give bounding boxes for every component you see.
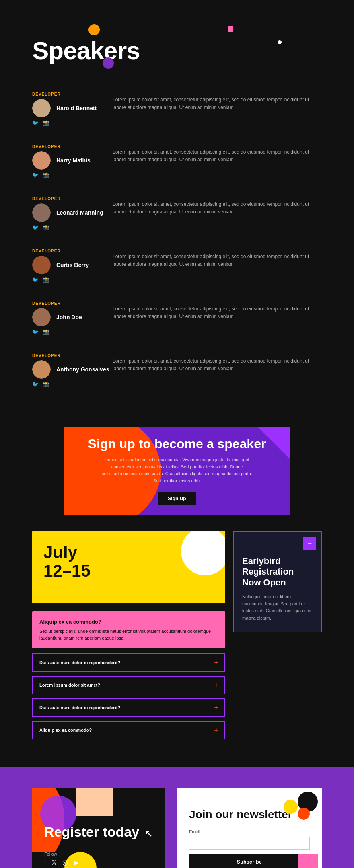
speaker-item: DEVELOPER Curtis Berry 🐦 📸 Lorem ipsum d…	[32, 242, 322, 290]
instagram-icon-2[interactable]: 📸	[43, 224, 49, 230]
avatar-img-4	[32, 308, 51, 326]
speaker-socials-0: 🐦 📸	[32, 120, 49, 126]
speaker-avatar-row-4: John Doe	[32, 308, 82, 326]
accordion-item-1[interactable]: Lorem ipsum dolor sit amet? +	[32, 676, 225, 694]
avatar-img-5	[32, 360, 51, 379]
twitter-icon-2[interactable]: 🐦	[32, 224, 39, 230]
speaker-item: DEVELOPER John Doe 🐦 📸 Lorem ipsum dolor…	[32, 294, 322, 342]
subscribe-button[interactable]: Subscribe	[189, 854, 310, 868]
avatar-img-1	[32, 151, 51, 170]
instagram-icon-1[interactable]: 📸	[43, 172, 49, 178]
twitter-icon-0[interactable]: 🐦	[32, 120, 39, 126]
date-month: July	[43, 543, 77, 562]
instagram-link[interactable]: ◎	[62, 859, 68, 866]
accordion-label-0: Duis aute irure dolor in reprehenderit?	[39, 660, 120, 665]
accordion-item-0[interactable]: Duis aute irure dolor in reprehenderit? …	[32, 653, 225, 672]
earlybird-arrow-button[interactable]: →	[303, 537, 316, 550]
follow-section: Follow f 𝕏 ◎ ▶	[44, 852, 153, 866]
instagram-icon-4[interactable]: 📸	[43, 329, 49, 335]
instagram-icon-3[interactable]: 📸	[43, 277, 49, 283]
accordion-label-1: Lorem ipsum dolor sit amet?	[39, 683, 100, 687]
social-links: f 𝕏 ◎ ▶	[44, 859, 153, 866]
speaker-avatar-5	[32, 360, 51, 379]
twitter-link[interactable]: 𝕏	[51, 859, 57, 866]
speaker-bio-1: Lorem ipsum dolor sit amet, consectetur …	[113, 144, 322, 178]
follow-label: Follow	[44, 852, 153, 856]
twitter-icon-1[interactable]: 🐦	[32, 172, 39, 178]
facebook-link[interactable]: f	[44, 859, 46, 866]
speaker-socials-3: 🐦 📸	[32, 277, 49, 283]
speaker-name-1: Harry Mathis	[56, 157, 91, 164]
speakers-title-area: Speakers	[32, 24, 322, 65]
register-title: Register today ↖	[44, 824, 153, 840]
twitter-icon-3[interactable]: 🐦	[32, 277, 39, 283]
accordion-label-3: Aliquip ex ea commodo?	[39, 728, 92, 733]
earlybird-title: Earlybird Registration Now Open	[242, 556, 313, 588]
speaker-bio-3: Lorem ipsum dolor sit amet, consectetur …	[113, 249, 322, 283]
speaker-left-3: DEVELOPER Curtis Berry 🐦 📸	[32, 249, 101, 283]
speaker-item: DEVELOPER Harold Bennett 🐦 📸 Lorem ipsum…	[32, 85, 322, 133]
accordion-plus-icon-3: +	[214, 726, 218, 734]
earlybird-card: → Earlybird Registration Now Open Nulla …	[233, 531, 322, 632]
speaker-left-1: DEVELOPER Harry Mathis 🐦 📸	[32, 144, 101, 178]
speaker-bio-0: Lorem ipsum dolor sit amet, consectetur …	[113, 92, 322, 126]
speaker-role-4: DEVELOPER	[32, 301, 61, 306]
footer-deco-peach	[76, 788, 113, 816]
instagram-icon-5[interactable]: 📸	[43, 381, 49, 387]
speaker-avatar-0	[32, 99, 51, 117]
middle-section: July 12–15 Aliquip ex ea commodo? Sed ut…	[0, 531, 354, 767]
speaker-name-0: Harold Bennett	[56, 105, 97, 111]
speaker-name-3: Curtis Berry	[56, 262, 89, 268]
accordion-plus-icon-1: +	[214, 681, 218, 689]
speaker-left-0: DEVELOPER Harold Bennett 🐦 📸	[32, 92, 101, 126]
deco-orange-circle	[88, 24, 100, 35]
register-card: Register today ↖ Follow f 𝕏 ◎ ▶	[32, 788, 165, 868]
speaker-avatar-3	[32, 256, 51, 274]
speaker-role-0: DEVELOPER	[32, 92, 61, 96]
speaker-item: DEVELOPER Harry Mathis 🐦 📸 Lorem ipsum d…	[32, 137, 322, 185]
accordion-plus-icon-0: +	[214, 659, 218, 666]
accordion-item-2[interactable]: Duis aute irure dolor in reprehenderit? …	[32, 698, 225, 717]
speaker-list: DEVELOPER Harold Bennett 🐦 📸 Lorem ipsum…	[32, 85, 322, 394]
accordion-label-2: Duis aute irure dolor in reprehenderit?	[39, 705, 120, 710]
speaker-name-5: Anthony Gonsalves	[56, 366, 109, 373]
speaker-avatar-4	[32, 308, 51, 326]
date-text: July 12–15	[43, 543, 214, 580]
deco-purple-circle	[103, 57, 114, 69]
avatar-img-3	[32, 256, 51, 274]
youtube-link[interactable]: ▶	[74, 859, 78, 866]
twitter-icon-5[interactable]: 🐦	[32, 381, 39, 387]
speaker-avatar-row-3: Curtis Berry	[32, 256, 89, 274]
signup-button[interactable]: Sign Up	[158, 492, 196, 505]
speaker-avatar-2	[32, 203, 51, 222]
date-card: July 12–15	[32, 531, 225, 603]
speaker-bio-4: Lorem ipsum dolor sit amet, consectetur …	[113, 301, 322, 335]
accordion-item-3[interactable]: Aliquip ex ea commodo? +	[32, 721, 225, 739]
speaker-name-4: John Doe	[56, 314, 82, 320]
avatar-img-0	[32, 99, 51, 117]
speaker-socials-2: 🐦 📸	[32, 224, 49, 230]
twitter-icon-4[interactable]: 🐦	[32, 329, 39, 335]
avatar-img-2	[32, 203, 51, 222]
speaker-left-4: DEVELOPER John Doe 🐦 📸	[32, 301, 101, 335]
speaker-item: DEVELOPER Leonard Manning 🐦 📸 Lorem ipsu…	[32, 189, 322, 238]
speaker-role-3: DEVELOPER	[32, 249, 61, 253]
info-card-title: Aliquip ex ea commodo?	[39, 619, 218, 625]
speaker-socials-5: 🐦 📸	[32, 381, 49, 387]
instagram-icon-0[interactable]: 📸	[43, 120, 49, 126]
footer-section: Register today ↖ Follow f 𝕏 ◎ ▶ Join our…	[0, 767, 354, 868]
newsletter-card: Join our newsletter Email Subscribe	[177, 788, 322, 868]
newsletter-deco-yellow	[284, 800, 298, 814]
email-input[interactable]	[189, 837, 310, 850]
speaker-left-2: DEVELOPER Leonard Manning 🐦 📸	[32, 197, 101, 230]
speaker-role-5: DEVELOPER	[32, 353, 61, 358]
cursor-icon: ↖	[145, 829, 152, 839]
left-column: July 12–15 Aliquip ex ea commodo? Sed ut…	[32, 531, 225, 743]
right-column: → Earlybird Registration Now Open Nulla …	[233, 531, 322, 743]
info-card-pink: Aliquip ex ea commodo? Sed ut perspiciat…	[32, 611, 225, 648]
speaker-socials-4: 🐦 📸	[32, 329, 49, 335]
speaker-bio-5: Lorem ipsum dolor sit amet, consectetur …	[113, 353, 322, 387]
speaker-role-2: DEVELOPER	[32, 197, 61, 201]
newsletter-deco-orange	[298, 808, 310, 820]
register-title-text: Register today	[44, 824, 139, 839]
